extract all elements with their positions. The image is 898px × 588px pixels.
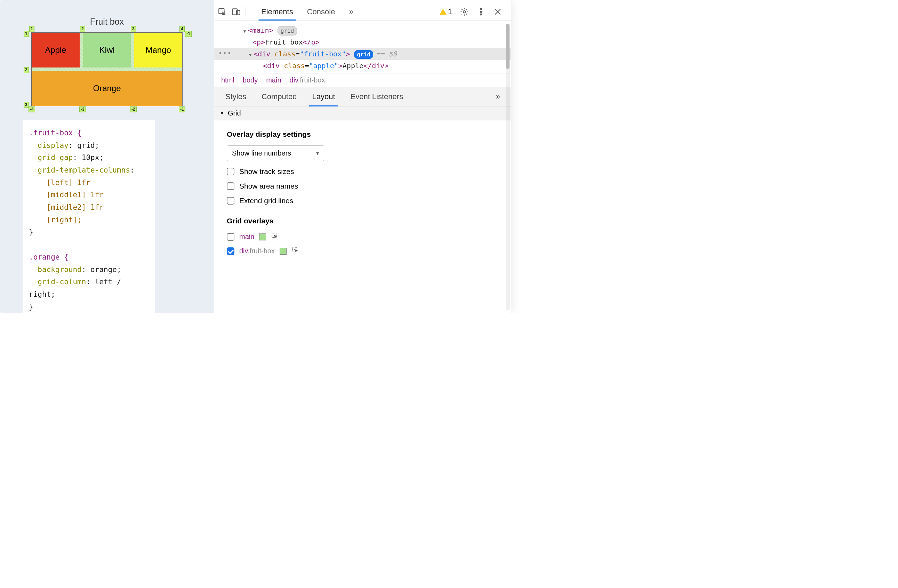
css-line: [left] 1fr (47, 179, 91, 187)
opt-label: Extend grid lines (239, 197, 293, 205)
css-code-block: .fruit-box { display: grid; grid-gap: 10… (23, 120, 155, 313)
checkbox-icon[interactable] (227, 233, 234, 241)
overlay-name: div.fruit-box (239, 247, 275, 255)
page-title: Fruit box (15, 17, 198, 27)
close-icon[interactable] (493, 7, 502, 16)
crumb-html[interactable]: html (221, 76, 234, 84)
dom-line-fruitbox[interactable]: <div class="fruit-box"> grid== $0 (214, 48, 511, 60)
checkbox-icon[interactable] (227, 247, 234, 255)
css-value: : grid; (69, 141, 100, 149)
css-prop: grid-column (38, 278, 86, 286)
grid-section-body: Overlay display settings Show line numbe… (214, 120, 511, 268)
css-selector-orange: .orange { (29, 253, 69, 261)
dom-tree[interactable]: <main> grid <p>Fruit box</p> <div class=… (214, 21, 511, 73)
crumb-fruitbox[interactable]: div.fruit-box (290, 76, 325, 84)
styles-subtabs: Styles Computed Layout Event Listeners » (214, 87, 511, 106)
opt-label: Show track sizes (239, 167, 294, 176)
grid-section-label: Grid (228, 109, 241, 117)
crumb-body[interactable]: body (243, 76, 258, 84)
opt-extend-lines[interactable]: Extend grid lines (227, 197, 499, 205)
svg-point-4 (480, 8, 482, 10)
subtabs-more[interactable]: » (488, 87, 508, 106)
subtab-styles[interactable]: Styles (218, 87, 254, 106)
subtab-listeners[interactable]: Event Listeners (343, 87, 411, 106)
gear-icon[interactable] (460, 7, 469, 16)
tab-elements[interactable]: Elements (254, 4, 300, 20)
warning-count: 1 (448, 7, 452, 16)
overlay-fruitbox-row[interactable]: div.fruit-box (227, 246, 499, 256)
css-prop: grid-template-columns (38, 166, 130, 174)
css-value: : orange; (82, 265, 121, 274)
grid-label-right-n1: -1 (185, 31, 192, 37)
grid-label-top-2: 2 (80, 26, 85, 32)
devtools-pane: Elements Console » 1 <main> grid <p>Frui… (214, 0, 511, 313)
crumb-main[interactable]: main (266, 76, 281, 84)
overlay-name: main (239, 233, 254, 241)
reveal-icon[interactable] (271, 232, 278, 242)
grid-label-left-3: 3 (24, 102, 29, 108)
checkbox-icon[interactable] (227, 168, 234, 175)
svg-point-3 (463, 11, 466, 13)
color-swatch[interactable] (259, 234, 266, 240)
grid-label-left-1: 1 (24, 31, 29, 37)
opt-track-sizes[interactable]: Show track sizes (227, 167, 499, 176)
subtab-computed[interactable]: Computed (254, 87, 304, 106)
warning-indicator[interactable]: 1 (440, 7, 452, 16)
dom-line-p[interactable]: <p>Fruit box</p> (214, 36, 511, 48)
grid-label-top-1: 1 (29, 26, 34, 32)
subtab-layout[interactable]: Layout (304, 87, 343, 106)
css-close: } (29, 228, 33, 237)
css-prop: grid-gap (38, 154, 73, 162)
toolbar-divider (246, 7, 246, 17)
cell-mango: Mango (134, 33, 182, 68)
inspect-icon[interactable] (218, 7, 227, 16)
fruit-box-grid: Apple Kiwi Mango Orange (31, 32, 183, 106)
grid-label-bot-n4: -4 (29, 106, 35, 112)
devtools-tabs: Elements Console » (251, 3, 440, 20)
css-prop: background (38, 265, 81, 274)
devtools-window: Fruit box Apple Kiwi Mango Orange 1 2 3 … (0, 0, 511, 313)
grid-badge[interactable]: grid (278, 26, 297, 36)
tabs-more[interactable]: » (342, 4, 360, 20)
select-value: Show line numbers (232, 149, 291, 157)
grid-label-bot-n2: -2 (130, 106, 137, 112)
page-preview-pane: Fruit box Apple Kiwi Mango Orange 1 2 3 … (0, 0, 214, 313)
cell-apple: Apple (32, 33, 80, 68)
breadcrumb: html body main div.fruit-box (214, 73, 511, 87)
cell-kiwi: Kiwi (83, 33, 131, 68)
kebab-icon[interactable] (477, 7, 486, 16)
dom-line-apple[interactable]: <div class="apple">Apple</div> (214, 60, 511, 72)
checkbox-icon[interactable] (227, 197, 234, 205)
css-line: [middle2] 1fr (47, 203, 104, 212)
grid-badge-selected[interactable]: grid (354, 50, 373, 59)
css-line: [middle1] 1fr (47, 191, 104, 199)
opt-label: Show area names (239, 182, 298, 190)
color-swatch[interactable] (280, 248, 287, 255)
css-close: } (29, 303, 33, 311)
warning-icon (440, 9, 447, 15)
svg-point-6 (480, 14, 482, 15)
grid-label-bot-n1: -1 (179, 106, 185, 112)
grid-label-left-2: 2 (24, 67, 29, 73)
css-selector-fruitbox: .fruit-box { (29, 129, 82, 137)
grid-overlay: Apple Kiwi Mango Orange 1 2 3 4 1 2 3 -1… (31, 32, 183, 106)
css-value: : 10px; (73, 154, 104, 162)
opt-area-names[interactable]: Show area names (227, 182, 499, 190)
css-value: : (130, 166, 135, 174)
toolbar-right: 1 (440, 7, 508, 16)
scrollbar[interactable] (506, 24, 510, 310)
checkbox-icon[interactable] (227, 182, 234, 190)
grid-section-header[interactable]: Grid (214, 106, 511, 120)
scrollbar-thumb[interactable] (506, 24, 509, 69)
svg-point-5 (480, 11, 482, 12)
line-numbers-select[interactable]: Show line numbers (227, 145, 324, 161)
tab-console[interactable]: Console (300, 4, 342, 20)
device-toggle-icon[interactable] (232, 7, 241, 16)
cell-orange: Orange (32, 71, 182, 106)
overlay-main-row[interactable]: main (227, 232, 499, 242)
grid-label-top-4: 4 (180, 26, 185, 32)
css-line: [right]; (47, 216, 82, 224)
reveal-icon[interactable] (291, 246, 299, 256)
overlay-settings-heading: Overlay display settings (227, 130, 499, 139)
dom-line-main[interactable]: <main> grid (214, 25, 511, 36)
